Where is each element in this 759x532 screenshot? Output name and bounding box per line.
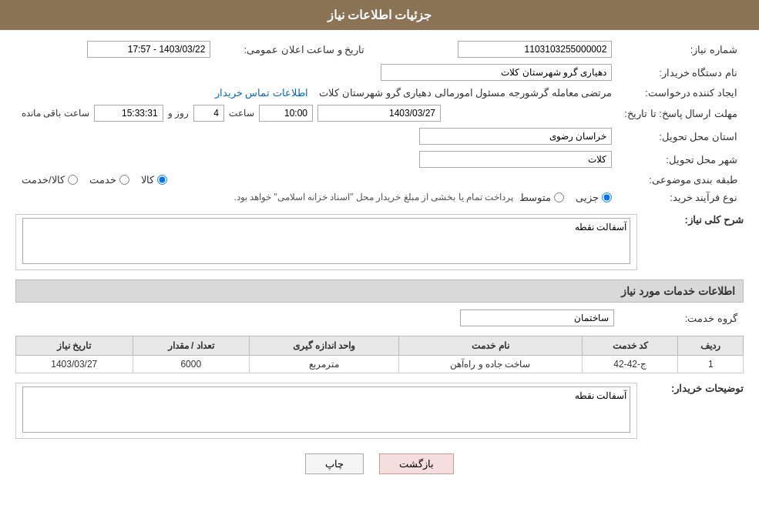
purchase-type-label: نوع فرآیند خرید: [618,189,744,206]
kala-khadamat-radio[interactable] [68,175,78,185]
table-row: نام دستگاه خریدار: [15,61,744,84]
jozii-radio[interactable] [602,192,612,202]
category-radio-group: کالا/خدمت خدمت کالا [22,174,612,186]
services-table-body: 1 ج-42-42 ساخت جاده و راه‌آهن مترمربع 60… [16,356,744,373]
buyer-desc-textarea[interactable]: آسفالت نقطه [22,386,630,433]
col-unit: واحد اندازه گیری [249,336,398,356]
service-group-input[interactable] [460,309,614,326]
buyer-station-label: نام دستگاه خریدار: [618,61,744,84]
khadamat-label: خدمت [89,174,116,186]
response-date-row: ساعت باقی مانده روز و ساعت [22,105,612,122]
buyer-desc-section: توضیحات خریدار: آسفالت نقطه [15,380,744,442]
col-date: تاریخ نیاز [16,336,133,356]
remaining-label: ساعت باقی مانده [22,108,89,119]
requester-cell: مرتضی معامله گرشورجه مسئول امورمالی دهیا… [15,84,618,102]
page-header: جزئیات اطلاعات نیاز [0,0,759,30]
print-button[interactable]: چاپ [305,453,364,474]
need-desc-border: آسفالت نقطه [15,214,637,270]
table-row: نوع فرآیند خرید: پرداخت تمام یا بخشی از … [15,189,744,206]
service-group-row: گروه خدمت: [15,306,744,330]
table-row: شماره نیاز: تاریخ و ساعت اعلان عمومی: [15,38,744,61]
requester-value: مرتضی معامله گرشورجه مسئول امورمالی دهیا… [319,87,612,99]
cell-row-num: 1 [678,356,744,373]
services-table-header-row: ردیف کد خدمت نام خدمت واحد اندازه گیری ت… [16,336,744,356]
category-label: طبقه بندی موضوعی: [618,171,744,189]
city-input[interactable] [419,151,612,168]
response-deadline-label: مهلت ارسال پاسخ: تا تاریخ: [618,102,744,125]
category-kala-khadamat: کالا/خدمت [22,174,78,186]
announce-datetime-input[interactable] [87,41,210,58]
service-group-table: گروه خدمت: [15,306,744,330]
khadamat-radio[interactable] [119,175,129,185]
kala-label: کالا [141,174,154,186]
city-cell [15,148,618,171]
contact-link[interactable]: اطلاعات تماس خریدار [215,87,308,99]
province-input[interactable] [419,128,612,145]
buyer-desc-content: آسفالت نقطه [15,380,637,442]
info-table: شماره نیاز: تاریخ و ساعت اعلان عمومی: نا… [15,38,744,206]
need-desc-section: شرح کلی نیاز: آسفالت نقطه [15,211,744,273]
province-cell [15,125,618,148]
table-row: ایجاد کننده درخواست: مرتضی معامله گرشورج… [15,84,744,102]
need-desc-content: آسفالت نقطه [15,211,637,273]
announce-datetime-cell [15,38,217,61]
cell-date: 1403/03/27 [16,356,133,373]
kala-radio[interactable] [157,175,167,185]
table-row: 1 ج-42-42 ساخت جاده و راه‌آهن مترمربع 60… [16,356,744,373]
buyer-station-cell [15,61,618,84]
back-button[interactable]: بازگشت [379,453,454,474]
category-khadamat: خدمت [89,174,129,186]
col-service-name: نام خدمت [398,336,582,356]
table-row: استان محل تحویل: [15,125,744,148]
purchase-type-radio-group: متوسط جزیی [519,192,612,203]
purchase-type-cell: پرداخت تمام یا بخشی از مبلغ خریدار محل "… [15,189,618,206]
remaining-input[interactable] [94,105,163,122]
kala-khadamat-label: کالا/خدمت [22,174,65,186]
page-wrapper: جزئیات اطلاعات نیاز شماره نیاز: تاریخ و … [0,0,759,532]
response-deadline-cell: ساعت باقی مانده روز و ساعت [15,102,618,125]
table-row: شهر محل تحویل: [15,148,744,171]
services-table-head: ردیف کد خدمت نام خدمت واحد اندازه گیری ت… [16,336,744,356]
days-input[interactable] [193,105,224,122]
table-row: طبقه بندی موضوعی: کالا/خدمت خدمت کالا [15,171,744,189]
table-row: مهلت ارسال پاسخ: تا تاریخ: ساعت باقی مان… [15,102,744,125]
time-input[interactable] [259,105,313,122]
purchase-motovaset: متوسط [519,192,564,203]
time-label: ساعت [229,108,254,119]
service-group-cell [15,306,620,330]
services-section-header: اطلاعات خدمات مورد نیاز [15,279,744,303]
purchase-type-row: پرداخت تمام یا بخشی از مبلغ خریدار محل "… [22,192,612,203]
purchase-jozii: جزیی [576,192,612,203]
category-cell: کالا/خدمت خدمت کالا [15,171,618,189]
col-row-num: ردیف [678,336,744,356]
motovaset-radio[interactable] [554,192,564,202]
category-kala: کالا [141,174,167,186]
buyer-desc-label: توضیحات خریدار: [643,380,744,394]
service-group-label: گروه خدمت: [620,306,744,330]
announce-datetime-label: تاریخ و ساعت اعلان عمومی: [217,38,371,61]
page-title: جزئیات اطلاعات نیاز [327,8,432,22]
requester-label: ایجاد کننده درخواست: [618,84,744,102]
button-row: بازگشت چاپ [15,453,744,474]
motovaset-label: متوسط [519,192,551,203]
city-label: شهر محل تحویل: [618,148,744,171]
cell-unit: مترمربع [249,356,398,373]
need-number-cell [371,38,618,61]
need-number-input[interactable] [458,41,612,58]
province-label: استان محل تحویل: [618,125,744,148]
purchase-info: پرداخت تمام یا بخشی از مبلغ خریدار محل "… [22,192,513,202]
col-service-code: کد خدمت [582,336,678,356]
cell-quantity: 6000 [133,356,249,373]
buyer-station-input[interactable] [381,64,612,81]
need-desc-textarea[interactable]: آسفالت نقطه [22,218,630,264]
col-quantity: تعداد / مقدار [133,336,249,356]
jozii-label: جزیی [576,192,599,203]
days-label: روز و [168,108,189,119]
need-desc-label: شرح کلی نیاز: [643,211,744,226]
response-date-input[interactable] [317,105,441,122]
main-content: شماره نیاز: تاریخ و ساعت اعلان عمومی: نا… [0,30,759,494]
services-table: ردیف کد خدمت نام خدمت واحد اندازه گیری ت… [15,336,744,373]
buyer-desc-border: آسفالت نقطه [15,383,637,439]
cell-service-code: ج-42-42 [582,356,678,373]
cell-service-name: ساخت جاده و راه‌آهن [398,356,582,373]
